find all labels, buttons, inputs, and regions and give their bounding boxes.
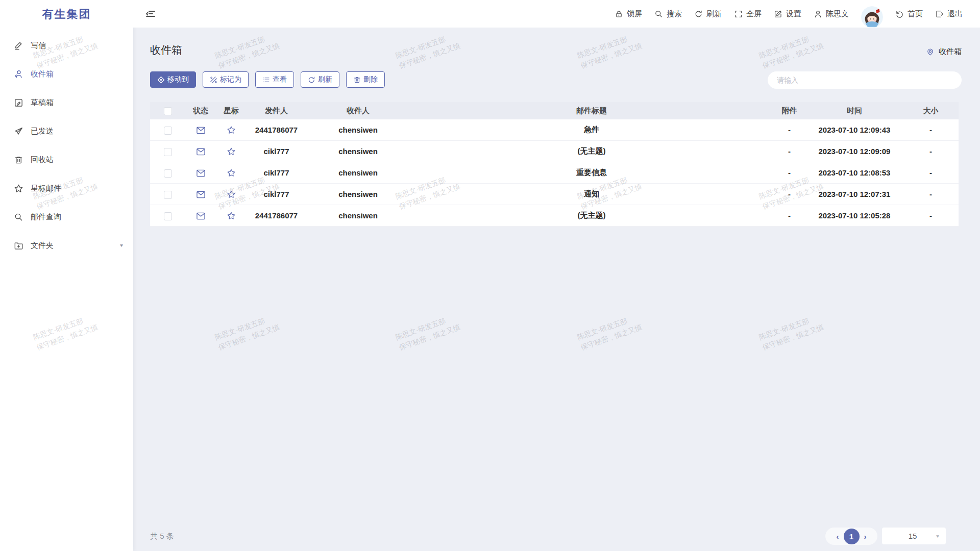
move-icon bbox=[157, 76, 165, 84]
sidebar-item-label: 写信 bbox=[31, 41, 46, 51]
subject-cell[interactable]: (无主题) bbox=[410, 211, 773, 220]
size-cell: - bbox=[903, 190, 959, 198]
row-checkbox[interactable] bbox=[164, 148, 172, 156]
column-header-size: 大小 bbox=[903, 106, 959, 116]
sidebar-item-label: 星标邮件 bbox=[31, 184, 61, 193]
mail-table: 状态 星标 发件人 收件人 邮件标题 附件 时间 大小 2441786077 c… bbox=[150, 102, 959, 227]
lock-icon bbox=[615, 10, 623, 18]
mark-as-button[interactable]: 标记为 bbox=[203, 71, 249, 88]
fullscreen-button[interactable]: 全屏 bbox=[734, 9, 762, 19]
logout-button[interactable]: 退出 bbox=[935, 9, 963, 19]
refresh-button[interactable]: 刷新 bbox=[694, 9, 722, 19]
sender-cell: cikl777 bbox=[247, 190, 306, 198]
sidebar-item-starred[interactable]: 星标邮件 bbox=[0, 177, 133, 200]
sidebar-item-label: 邮件查询 bbox=[31, 212, 61, 222]
sidebar-item-trash[interactable]: 回收站 bbox=[0, 148, 133, 171]
refresh-list-button[interactable]: 刷新 bbox=[301, 71, 339, 88]
column-header-time: 时间 bbox=[806, 106, 903, 116]
sidebar-item-label: 回收站 bbox=[31, 155, 54, 165]
prev-page-button[interactable]: ‹ bbox=[837, 533, 839, 540]
sidebar-item-compose[interactable]: 写信 bbox=[0, 34, 133, 57]
time-cell: 2023-07-10 12:09:09 bbox=[806, 147, 903, 156]
current-page-button[interactable]: 1 bbox=[844, 529, 860, 544]
mail-status-icon[interactable] bbox=[197, 148, 205, 156]
list-icon bbox=[262, 76, 270, 84]
user-icon bbox=[814, 10, 822, 18]
filter-search-input[interactable] bbox=[768, 71, 962, 89]
sidebar-item-label: 已发送 bbox=[31, 127, 54, 136]
size-cell: - bbox=[903, 211, 959, 220]
page-size-select[interactable]: 15 ▾ bbox=[882, 528, 946, 544]
sender-cell: 2441786077 bbox=[247, 126, 306, 134]
sidebar-item-folders[interactable]: 文件夹 ▾ bbox=[0, 234, 133, 257]
search-icon bbox=[13, 212, 23, 222]
next-page-button[interactable]: › bbox=[864, 533, 867, 540]
total-count: 共 5 条 bbox=[150, 532, 174, 541]
toolbar: 移动到 标记为 查看 刷新 删除 bbox=[150, 71, 385, 88]
table-header-row: 状态 星标 发件人 收件人 邮件标题 附件 时间 大小 bbox=[150, 102, 959, 119]
time-cell: 2023-07-10 12:09:43 bbox=[806, 126, 903, 134]
mail-status-icon[interactable] bbox=[197, 169, 205, 177]
size-cell: - bbox=[903, 168, 959, 177]
menu-fold-icon[interactable] bbox=[145, 8, 156, 19]
recipient-cell: chensiwen bbox=[306, 147, 410, 156]
column-header-star: 星标 bbox=[215, 106, 247, 116]
row-checkbox[interactable] bbox=[164, 212, 172, 220]
mail-status-icon[interactable] bbox=[197, 127, 205, 134]
select-all-checkbox[interactable] bbox=[164, 107, 172, 115]
attachment-cell: - bbox=[773, 211, 806, 220]
mail-status-icon[interactable] bbox=[197, 212, 205, 220]
logout-icon bbox=[935, 10, 944, 18]
user-menu[interactable]: 陈思文 bbox=[814, 9, 849, 19]
select-all-cell bbox=[150, 106, 186, 115]
size-cell: - bbox=[903, 147, 959, 156]
table-row[interactable]: 2441786077 chensiwen 急件 - 2023-07-10 12:… bbox=[150, 119, 959, 141]
pencil-icon bbox=[13, 40, 23, 51]
location-pin-icon bbox=[926, 47, 935, 56]
time-cell: 2023-07-10 12:07:31 bbox=[806, 190, 903, 198]
table-row[interactable]: cikl777 chensiwen (无主题) - 2023-07-10 12:… bbox=[150, 141, 959, 162]
avatar[interactable] bbox=[861, 6, 883, 28]
column-header-attachment: 附件 bbox=[773, 106, 806, 116]
folder-plus-icon bbox=[13, 240, 23, 251]
subject-cell[interactable]: 急件 bbox=[410, 125, 773, 135]
page-title: 收件箱 bbox=[150, 43, 182, 57]
star-toggle-icon[interactable] bbox=[227, 126, 236, 135]
top-header: 锁屏 搜索 刷新 全屏 设置 陈思文 bbox=[133, 0, 980, 28]
row-checkbox[interactable] bbox=[164, 191, 172, 199]
breadcrumb-label: 收件箱 bbox=[939, 47, 962, 57]
sidebar-item-inbox[interactable]: 收件箱 bbox=[0, 62, 133, 86]
time-cell: 2023-07-10 12:05:28 bbox=[806, 211, 903, 220]
avatar-image bbox=[861, 6, 883, 28]
table-row[interactable]: 2441786077 chensiwen (无主题) - 2023-07-10 … bbox=[150, 205, 959, 227]
search-icon bbox=[654, 10, 663, 18]
star-toggle-icon[interactable] bbox=[227, 147, 236, 156]
row-checkbox[interactable] bbox=[164, 169, 172, 178]
sidebar-item-mail-search[interactable]: 邮件查询 bbox=[0, 205, 133, 229]
trash-icon bbox=[353, 76, 361, 84]
delete-button[interactable]: 删除 bbox=[346, 71, 385, 88]
column-header-status: 状态 bbox=[186, 106, 215, 116]
star-toggle-icon[interactable] bbox=[227, 211, 236, 220]
subject-cell[interactable]: 重要信息 bbox=[410, 168, 773, 178]
settings-button[interactable]: 设置 bbox=[774, 9, 801, 19]
sidebar-item-drafts[interactable]: 草稿箱 bbox=[0, 91, 133, 114]
move-to-button[interactable]: 移动到 bbox=[150, 71, 196, 88]
subject-cell[interactable]: (无主题) bbox=[410, 146, 773, 156]
row-checkbox[interactable] bbox=[164, 127, 172, 135]
chevron-down-icon: ▾ bbox=[936, 533, 939, 539]
lock-screen-button[interactable]: 锁屏 bbox=[615, 9, 642, 19]
header-actions: 锁屏 搜索 刷新 全屏 设置 陈思文 bbox=[615, 0, 980, 28]
sidebar-item-sent[interactable]: 已发送 bbox=[0, 119, 133, 143]
attachment-cell: - bbox=[773, 190, 806, 198]
subject-cell[interactable]: 通知 bbox=[410, 189, 773, 199]
global-search-button[interactable]: 搜索 bbox=[654, 9, 682, 19]
table-row[interactable]: cikl777 chensiwen 通知 - 2023-07-10 12:07:… bbox=[150, 184, 959, 205]
mail-status-icon[interactable] bbox=[197, 191, 205, 198]
view-button[interactable]: 查看 bbox=[255, 71, 294, 88]
home-button[interactable]: 首页 bbox=[895, 9, 923, 19]
star-toggle-icon[interactable] bbox=[227, 190, 236, 199]
table-row[interactable]: cikl777 chensiwen 重要信息 - 2023-07-10 12:0… bbox=[150, 162, 959, 184]
star-toggle-icon[interactable] bbox=[227, 168, 236, 178]
send-icon bbox=[13, 126, 23, 136]
